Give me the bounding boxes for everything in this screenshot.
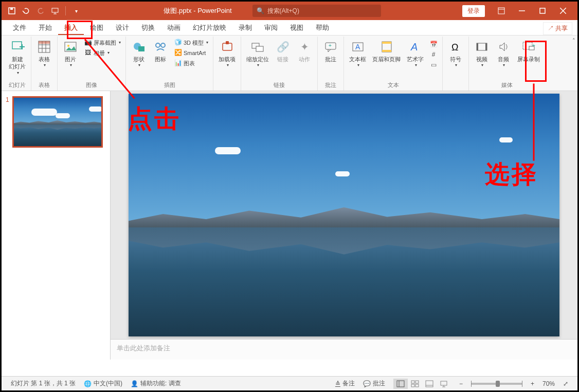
slide-thumbnails-panel[interactable]: 1 — [2, 91, 111, 360]
svg-rect-11 — [12, 42, 22, 49]
symbol-button[interactable]: Ω 符号▾ — [446, 38, 465, 70]
album-button[interactable]: 🖼相册▾ — [82, 48, 122, 58]
tab-slideshow[interactable]: 幻灯片放映 — [187, 20, 232, 35]
ribbon-display-options[interactable] — [491, 2, 512, 20]
header-footer-button[interactable]: 页眉和页脚 — [370, 38, 403, 64]
date-time-button[interactable]: 📅 — [428, 40, 439, 50]
redo-button[interactable] — [34, 5, 47, 17]
picture-icon — [63, 39, 78, 55]
video-button[interactable]: 视频▾ — [472, 38, 492, 70]
group-media: 视频▾ 音频▾ + 屏幕录制 媒体 — [469, 37, 545, 91]
save-button[interactable] — [6, 5, 18, 17]
tab-home[interactable]: 开始 — [32, 20, 58, 35]
svg-rect-49 — [411, 384, 414, 387]
thumbnail-slide-1[interactable] — [12, 96, 103, 148]
tab-design[interactable]: 设计 — [110, 20, 135, 35]
tab-draw[interactable]: 绘图 — [84, 20, 110, 35]
accessibility-icon: 👤 — [131, 380, 138, 387]
notes-placeholder: 单击此处添加备注 — [117, 344, 170, 352]
chart-button[interactable]: 📊图表 — [172, 58, 210, 68]
document-title: 做图.pptx - PowerPoint — [164, 6, 231, 15]
slide-count-status[interactable]: 幻灯片 第 1 张，共 1 张 — [7, 379, 80, 388]
audio-button[interactable]: 音频▾ — [494, 38, 513, 70]
zoom-in-button[interactable]: + — [527, 380, 538, 387]
tab-file[interactable]: 文件 — [7, 20, 32, 35]
accessibility-status[interactable]: 👤辅助功能: 调查 — [126, 379, 185, 388]
comments-toggle[interactable]: 💬批注 — [359, 379, 389, 388]
svg-text:A: A — [410, 41, 418, 52]
svg-rect-2 — [52, 8, 58, 12]
3d-model-button[interactable]: 🧊3D 模型▾ — [172, 38, 210, 48]
icons-button[interactable]: 图标 — [151, 38, 170, 64]
svg-point-25 — [161, 43, 165, 47]
number-icon: # — [429, 51, 438, 59]
tell-me-search[interactable]: 🔍 搜索(Alt+Q) — [252, 5, 381, 17]
smartart-button[interactable]: 🔀SmartArt — [172, 48, 210, 58]
slide-image[interactable] — [129, 94, 559, 336]
group-symbols: Ω 符号▾ — [443, 37, 469, 91]
normal-view-button[interactable] — [393, 379, 408, 389]
zoom-percent[interactable]: 70% — [538, 380, 559, 387]
quick-access-toolbar: ▾ — [6, 5, 82, 17]
login-button[interactable]: 登录 — [462, 5, 485, 17]
zoom-button[interactable]: 缩放定位▾ — [244, 38, 271, 70]
group-text: A 文本框▾ 页眉和页脚 A 艺术字▾ 📅 # ▭ 文本 — [344, 37, 443, 91]
zoom-slider[interactable] — [471, 383, 522, 385]
tab-help[interactable]: 帮助 — [310, 20, 335, 35]
notes-pane[interactable]: 单击此处添加备注 — [111, 339, 577, 360]
action-icon: ✦ — [297, 39, 312, 55]
language-status[interactable]: 🌐中文(中国) — [80, 379, 126, 388]
wordart-button[interactable]: A 艺术字▾ — [405, 38, 426, 70]
3d-model-icon: 🧊 — [174, 39, 182, 47]
group-tables: 表格▾ 表格 — [31, 37, 58, 91]
svg-rect-41 — [485, 43, 487, 50]
comment-icon: + — [323, 39, 338, 55]
notes-toggle[interactable]: ≙备注 — [331, 379, 359, 388]
addins-button[interactable]: 加载项▾ — [216, 38, 238, 70]
sorter-view-button[interactable] — [408, 379, 422, 389]
maximize-button[interactable] — [532, 2, 553, 20]
slide-number-button[interactable]: # — [428, 50, 439, 60]
tab-record[interactable]: 录制 — [232, 20, 258, 35]
view-mode-buttons — [393, 379, 451, 389]
object-button[interactable]: ▭ — [428, 60, 439, 70]
svg-text:+: + — [329, 43, 332, 48]
table-button[interactable]: 表格▾ — [34, 38, 54, 70]
collapse-ribbon-button[interactable]: ˄ — [572, 38, 575, 44]
svg-rect-27 — [226, 41, 229, 44]
close-button[interactable] — [553, 2, 573, 20]
zoom-out-button[interactable]: − — [455, 380, 467, 387]
action-button[interactable]: ✦ 动作 — [295, 38, 314, 64]
tab-insert[interactable]: 插入 — [58, 20, 84, 35]
minimize-button[interactable] — [512, 2, 532, 20]
qat-dropdown[interactable]: ▾ — [70, 5, 82, 17]
slideshow-view-button[interactable] — [437, 379, 451, 389]
tab-animations[interactable]: 动画 — [161, 20, 187, 35]
tab-view[interactable]: 视图 — [284, 20, 310, 35]
slide-canvas[interactable] — [129, 94, 559, 336]
comment-button[interactable]: + 批注 — [321, 38, 340, 64]
object-icon: ▭ — [429, 61, 438, 69]
new-slide-button[interactable]: 新建 幻灯片▾ — [7, 38, 28, 77]
chart-icon: 📊 — [174, 59, 182, 67]
undo-button[interactable] — [20, 5, 32, 17]
slide-canvas-area[interactable] — [111, 91, 577, 339]
screenshot-button[interactable]: 📷屏幕截图▾ — [82, 38, 122, 48]
smartart-icon: 🔀 — [174, 49, 182, 57]
slideshow-from-start-button[interactable] — [49, 5, 61, 17]
link-button[interactable]: 🔗 链接 — [273, 38, 293, 64]
screen-recording-button[interactable]: + 屏幕录制 — [515, 38, 542, 64]
textbox-button[interactable]: A 文本框▾ — [347, 38, 368, 70]
globe-icon: 🌐 — [84, 380, 92, 387]
titlebar: ▾ 做图.pptx - PowerPoint 🔍 搜索(Alt+Q) 登录 — [2, 2, 577, 20]
share-button[interactable]: ↗ 共享 — [543, 22, 572, 35]
svg-text:Ω: Ω — [451, 42, 458, 52]
icons-icon — [153, 39, 168, 55]
picture-button[interactable]: 图片▾ — [61, 38, 80, 70]
tab-transitions[interactable]: 切换 — [135, 20, 161, 35]
fit-to-window-button[interactable]: ⤢ — [559, 380, 572, 387]
reading-view-button[interactable] — [422, 379, 437, 389]
tab-review[interactable]: 审阅 — [258, 20, 284, 35]
shapes-button[interactable]: 形状▾ — [129, 38, 149, 70]
svg-rect-50 — [415, 384, 419, 387]
